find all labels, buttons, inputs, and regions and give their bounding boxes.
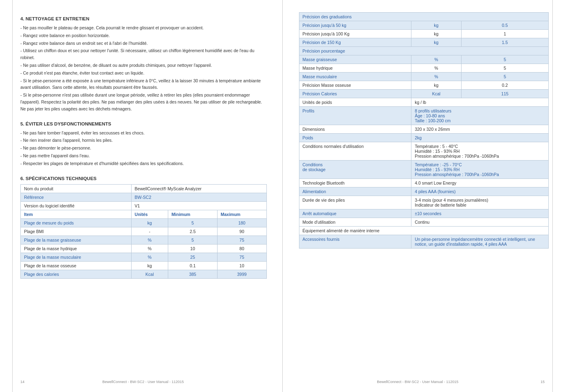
page-number-right: 15	[541, 380, 545, 384]
list-item: - Si le pèse-personne n'est pas utilisée…	[20, 92, 267, 112]
section-4-content: - Ne pas mouiller le plateau de pesage. …	[20, 24, 267, 112]
list-item: - Ne pas mouiller le plateau de pesage. …	[20, 24, 267, 31]
specs-table: Nom du produitBewellConnect® MyScale Ana…	[20, 184, 267, 279]
section-5-heading: 5. ÉVITER LES DYSFONCTIONNEMENTS	[20, 121, 267, 126]
list-item: - Ne rien insérer dans l'appareil, hormi…	[20, 137, 267, 144]
footer-center-left: BewellConnect - BW-SC2 - User Manual - 1…	[102, 380, 184, 384]
list-item: - Ne pas faire tomber l'appareil, éviter…	[20, 130, 267, 137]
section-5: 5. ÉVITER LES DYSFONCTIONNEMENTS - Ne pa…	[20, 121, 267, 167]
section-4: 4. NETTOYAGE ET ENTRETIEN - Ne pas mouil…	[20, 16, 267, 112]
list-item: - Rangez votre balance dans un endroit s…	[20, 40, 267, 47]
section-4-heading: 4. NETTOYAGE ET ENTRETIEN	[20, 16, 267, 21]
list-item: - Si le pèse-personne a été exposée à un…	[20, 77, 267, 91]
footer-center-right: BewellConnect - BW-SC2 - User Manual - 1…	[377, 380, 458, 384]
list-item: - Utilisez un chiffon doux et sec pour n…	[20, 47, 267, 61]
list-item: - Ce produit n'est pas étanche, éviter t…	[20, 70, 267, 77]
section-6-heading: 6. SPÉCIFICATIONS TECHNIQUES	[20, 176, 267, 181]
list-item: - Respecter les plages de température et…	[20, 160, 267, 167]
list-item: - Ne pas démonter le pèse-personne.	[20, 145, 267, 152]
left-footer: 14 BewellConnect - BW-SC2 - User Manual …	[0, 380, 282, 384]
precision-table: Précision des graduationsPrécision jusqu…	[299, 12, 549, 249]
right-page: Précision des graduationsPrécision jusqu…	[283, 0, 565, 392]
list-item: - Rangez votre balance en position horiz…	[20, 32, 267, 39]
section-5-content: - Ne pas faire tomber l'appareil, éviter…	[20, 130, 267, 167]
list-item: - Ne pas utiliser d'alcool, de benzène, …	[20, 62, 267, 69]
left-page: 4. NETTOYAGE ET ENTRETIEN - Ne pas mouil…	[0, 0, 283, 392]
list-item: - Ne pas mettre l'appareil dans l'eau.	[20, 152, 267, 159]
page-number-left: 14	[20, 380, 24, 384]
right-footer: BewellConnect - BW-SC2 - User Manual - 1…	[283, 380, 565, 384]
section-6: 6. SPÉCIFICATIONS TECHNIQUES Nom du prod…	[20, 176, 267, 279]
